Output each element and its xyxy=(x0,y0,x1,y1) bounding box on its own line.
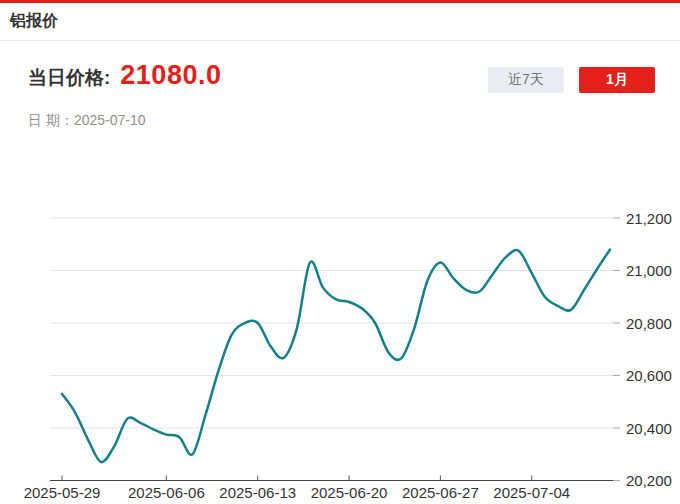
quote-date: 日 期：2025-07-10 xyxy=(28,112,146,130)
price-value: 21080.0 xyxy=(120,60,221,91)
price-line-chart[interactable]: 20,20020,40020,60020,80021,00021,2002025… xyxy=(0,134,680,504)
svg-text:21,200: 21,200 xyxy=(626,210,672,227)
svg-text:20,200: 20,200 xyxy=(626,472,672,489)
range-button-1month[interactable]: 1月 xyxy=(579,67,655,93)
price-label: 当日价格: xyxy=(28,65,110,91)
svg-text:2025-06-27: 2025-06-27 xyxy=(402,484,479,501)
svg-text:21,000: 21,000 xyxy=(626,262,672,279)
range-selector: 近7天 1月 xyxy=(488,67,655,93)
svg-text:2025-06-06: 2025-06-06 xyxy=(128,484,205,501)
svg-text:2025-06-20: 2025-06-20 xyxy=(311,484,388,501)
svg-text:2025-06-13: 2025-06-13 xyxy=(219,484,296,501)
svg-text:2025-05-29: 2025-05-29 xyxy=(24,484,101,501)
x-axis: 2025-05-292025-06-062025-06-132025-06-20… xyxy=(24,476,613,502)
page-title: 铝报价 xyxy=(10,11,58,32)
title-bar: 铝报价 xyxy=(0,0,680,41)
y-axis-labels: 20,20020,40020,60020,80021,00021,200 xyxy=(626,210,672,490)
svg-text:20,600: 20,600 xyxy=(626,367,672,384)
svg-text:20,400: 20,400 xyxy=(626,420,672,437)
aluminum-quote-panel: 铝报价 当日价格: 21080.0 近7天 1月 日 期：2025-07-10 … xyxy=(0,0,680,504)
current-price-row: 当日价格: 21080.0 xyxy=(28,60,221,91)
y-gridlines xyxy=(50,218,620,481)
svg-text:2025-07-04: 2025-07-04 xyxy=(493,484,570,501)
price-line-series xyxy=(62,250,610,463)
svg-text:20,800: 20,800 xyxy=(626,315,672,332)
range-button-7days[interactable]: 近7天 xyxy=(488,67,564,93)
